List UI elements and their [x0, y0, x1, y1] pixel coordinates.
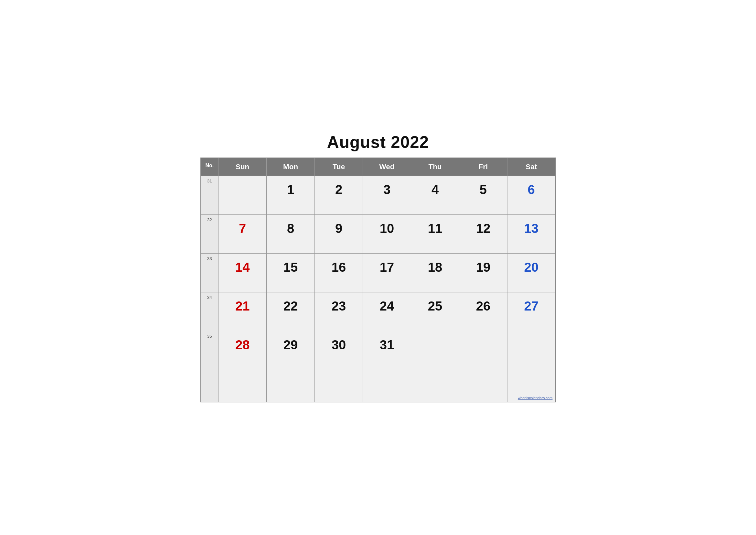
day-number: 19: [463, 257, 504, 275]
day-cell: 4: [411, 176, 459, 214]
day-cell: 2: [315, 176, 363, 214]
calendar-table: No. Sun Mon Tue Wed Thu Fri Sat 31123456…: [201, 157, 556, 403]
week-row: 3421222324252627: [201, 292, 555, 331]
day-number: 7: [222, 218, 263, 236]
day-number: 14: [222, 257, 263, 275]
day-cell: 8: [267, 214, 315, 253]
day-cell: 16: [315, 253, 363, 292]
day-cell: 27: [507, 292, 555, 331]
watermark: wheniscalendars.com: [518, 396, 553, 400]
day-number: 21: [222, 296, 263, 313]
day-cell: [411, 331, 459, 370]
week-row: 3314151617181920: [201, 253, 555, 292]
day-number: 16: [318, 257, 360, 275]
day-number: 20: [511, 257, 552, 275]
day-number: 13: [511, 218, 552, 236]
calendar-container: August 2022 No. Sun Mon Tue Wed Thu Fri …: [201, 133, 556, 403]
day-cell: [267, 370, 315, 402]
day-number: 25: [414, 296, 456, 313]
week-number: [201, 370, 219, 402]
day-cell: 9: [315, 214, 363, 253]
day-cell: 12: [459, 214, 507, 253]
day-number: 5: [463, 179, 504, 197]
day-cell: [219, 176, 267, 214]
day-cell: 24: [363, 292, 411, 331]
day-number: 17: [366, 257, 408, 275]
day-cell: 20: [507, 253, 555, 292]
week-row: 3278910111213: [201, 214, 555, 253]
header-row: No. Sun Mon Tue Wed Thu Fri Sat: [201, 158, 555, 176]
header-wed: Wed: [363, 158, 411, 176]
day-number: 30: [318, 334, 360, 352]
day-cell: [507, 331, 555, 370]
day-cell: [315, 370, 363, 402]
day-cell: 18: [411, 253, 459, 292]
header-tue: Tue: [315, 158, 363, 176]
day-cell: 19: [459, 253, 507, 292]
day-cell: 15: [267, 253, 315, 292]
day-cell: 13: [507, 214, 555, 253]
header-no: No.: [201, 158, 219, 176]
day-number: 23: [318, 296, 360, 313]
day-number: 28: [222, 334, 263, 352]
week-number: 33: [201, 253, 219, 292]
day-number: 8: [270, 218, 311, 236]
day-cell: 11: [411, 214, 459, 253]
day-number: 2: [318, 179, 360, 197]
week-number: 31: [201, 176, 219, 214]
day-cell: 26: [459, 292, 507, 331]
day-cell: [459, 370, 507, 402]
header-fri: Fri: [459, 158, 507, 176]
day-number: 3: [366, 179, 408, 197]
day-cell: [411, 370, 459, 402]
day-cell: 3: [363, 176, 411, 214]
day-number: 6: [511, 179, 552, 197]
day-number: 9: [318, 218, 360, 236]
week-row: 31123456: [201, 176, 555, 214]
day-number: 12: [463, 218, 504, 236]
day-number: 31: [366, 334, 408, 352]
day-cell: 31: [363, 331, 411, 370]
header-thu: Thu: [411, 158, 459, 176]
week-number: 34: [201, 292, 219, 331]
day-cell: 22: [267, 292, 315, 331]
week-row: wheniscalendars.com: [201, 370, 555, 402]
day-cell: [459, 331, 507, 370]
day-cell: 14: [219, 253, 267, 292]
day-number: 18: [414, 257, 456, 275]
day-number: 10: [366, 218, 408, 236]
day-number: 27: [511, 296, 552, 313]
week-number: 35: [201, 331, 219, 370]
day-number: 24: [366, 296, 408, 313]
day-cell: 7: [219, 214, 267, 253]
day-cell: 21: [219, 292, 267, 331]
header-mon: Mon: [267, 158, 315, 176]
day-number: 4: [414, 179, 456, 197]
day-cell: 10: [363, 214, 411, 253]
day-cell: [219, 370, 267, 402]
day-number: 1: [270, 179, 311, 197]
day-cell: 1: [267, 176, 315, 214]
week-number: 32: [201, 214, 219, 253]
day-cell: 23: [315, 292, 363, 331]
day-number: 11: [414, 218, 456, 236]
day-number: 22: [270, 296, 311, 313]
day-cell: wheniscalendars.com: [507, 370, 555, 402]
day-cell: 30: [315, 331, 363, 370]
day-number: 29: [270, 334, 311, 352]
day-cell: 29: [267, 331, 315, 370]
calendar-title: August 2022: [201, 133, 556, 152]
header-sun: Sun: [219, 158, 267, 176]
day-cell: [363, 370, 411, 402]
day-cell: 17: [363, 253, 411, 292]
day-cell: 28: [219, 331, 267, 370]
week-row: 3528293031: [201, 331, 555, 370]
day-cell: 6: [507, 176, 555, 214]
header-sat: Sat: [507, 158, 555, 176]
day-number: 26: [463, 296, 504, 313]
day-cell: 25: [411, 292, 459, 331]
day-cell: 5: [459, 176, 507, 214]
day-number: 15: [270, 257, 311, 275]
